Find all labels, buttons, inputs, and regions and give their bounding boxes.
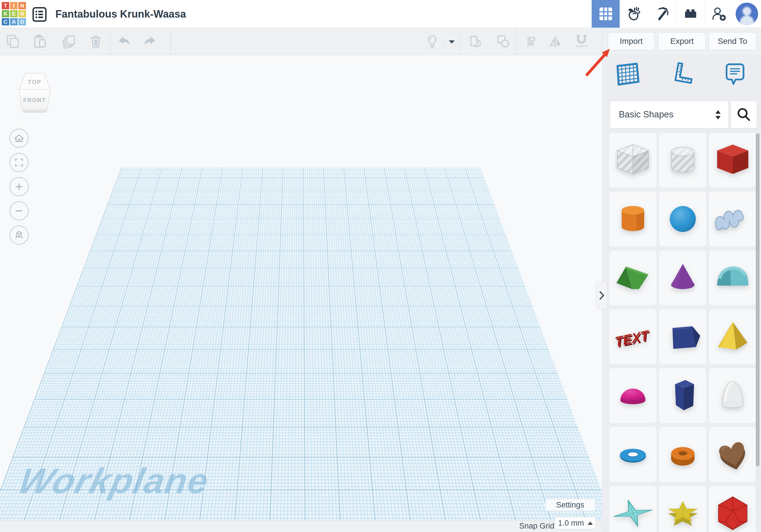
fit-view-button[interactable] xyxy=(10,153,29,172)
panel-collapse-handle[interactable] xyxy=(596,282,608,309)
show-all-bulb-icon[interactable] xyxy=(425,34,439,49)
shape-item-round-roof[interactable] xyxy=(709,250,756,305)
paste-icon[interactable] xyxy=(32,34,48,49)
design-title: Fantabulous Krunk-Waasa xyxy=(55,8,186,20)
header-nav xyxy=(591,0,761,28)
snap-grid-select[interactable]: 1.0 mm xyxy=(555,517,596,529)
shape-item-cone[interactable] xyxy=(659,250,706,305)
search-button[interactable] xyxy=(731,101,757,128)
shape-item-half-sphere[interactable] xyxy=(609,368,656,423)
sim-lab-apple-icon[interactable] xyxy=(620,0,648,28)
lego-brick-icon[interactable] xyxy=(676,0,704,28)
snap-grid-value: 1.0 mm xyxy=(558,519,584,528)
shape-item-icosahedron[interactable] xyxy=(709,486,756,532)
avatar[interactable] xyxy=(733,0,761,28)
logo-tile-e: E xyxy=(10,10,18,17)
delete-icon[interactable] xyxy=(88,34,103,49)
view-cube-top-label: TOP xyxy=(28,79,41,85)
redo-icon[interactable] xyxy=(143,34,157,49)
logo-tile-n: N xyxy=(19,2,26,9)
bottom-bar xyxy=(0,520,602,532)
grid-settings-button[interactable]: Settings xyxy=(545,499,595,511)
undo-icon[interactable] xyxy=(117,34,132,49)
view-nav-buttons xyxy=(10,129,29,245)
toolbar: Import Export Send To xyxy=(0,28,761,55)
logo-tile-k: K xyxy=(2,10,9,17)
snap-magnet-icon[interactable] xyxy=(574,34,589,49)
shape-item-box[interactable] xyxy=(709,133,756,188)
shape-category-select[interactable]: Basic Shapes xyxy=(610,101,729,128)
tinkercad-app: TINKERCAD Fantabulous Krunk-Waasa xyxy=(0,0,761,532)
workplane-grid[interactable]: Workplane xyxy=(0,167,602,520)
logo-tile-r: R xyxy=(19,10,26,17)
mirror-icon[interactable] xyxy=(548,34,563,49)
logo-tile-t: T xyxy=(2,2,9,9)
shape-item-paraboloid[interactable] xyxy=(709,368,756,423)
panel-tools xyxy=(602,59,761,89)
minecraft-pickaxe-icon[interactable] xyxy=(648,0,676,28)
select-caret-icon xyxy=(715,110,721,122)
zoom-out-button[interactable] xyxy=(10,202,29,220)
grid-view-icon[interactable] xyxy=(591,0,620,28)
invite-person-add-icon[interactable] xyxy=(704,0,733,28)
shape-item-heart[interactable] xyxy=(709,427,756,482)
logo-tile-d: D xyxy=(19,18,26,26)
shape-item-tube[interactable] xyxy=(659,427,706,482)
workplane-tool-icon[interactable] xyxy=(615,59,641,89)
duplicate-icon[interactable] xyxy=(61,34,76,49)
lighting-dropdown-caret-icon[interactable] xyxy=(446,34,457,49)
logo-tile-i: I xyxy=(10,2,18,9)
shape-item-sphere[interactable] xyxy=(659,192,706,246)
shape-item-cylinder[interactable] xyxy=(609,192,656,246)
home-view-button[interactable] xyxy=(10,129,29,148)
notes-tool-icon[interactable] xyxy=(722,59,748,89)
perspective-toggle-button[interactable] xyxy=(10,226,29,245)
viewport-canvas[interactable]: Workplane TOP FRONT xyxy=(0,55,602,520)
send-to-button[interactable]: Send To xyxy=(709,32,756,50)
import-button[interactable]: Import xyxy=(608,32,655,50)
shape-item-torus[interactable] xyxy=(609,427,656,482)
export-button[interactable]: Export xyxy=(658,32,706,50)
snap-caret-icon xyxy=(588,522,593,525)
logo-tile-a: A xyxy=(10,18,18,26)
design-menu-icon[interactable] xyxy=(32,7,47,22)
shape-item-pyramid[interactable] xyxy=(709,309,756,364)
group-icon[interactable] xyxy=(467,34,482,49)
shapes-panel: Basic Shapes xyxy=(602,55,761,532)
copy-icon[interactable] xyxy=(6,34,21,49)
shape-category-value: Basic Shapes xyxy=(619,109,673,120)
workplane-watermark: Workplane xyxy=(13,461,211,502)
view-cube[interactable]: TOP FRONT xyxy=(15,70,54,117)
snap-grid-label: Snap Grid xyxy=(519,522,555,531)
tinkercad-logo[interactable]: TINKERCAD xyxy=(2,2,27,26)
align-icon[interactable] xyxy=(524,34,540,49)
shape-item-scribble[interactable] xyxy=(709,192,756,246)
zoom-in-button[interactable] xyxy=(10,177,29,196)
shape-item-star-4pt[interactable] xyxy=(609,486,656,532)
ungroup-icon[interactable] xyxy=(496,34,511,49)
view-cube-front-label: FRONT xyxy=(23,97,46,103)
shape-item-cylinder-hole[interactable] xyxy=(659,133,706,188)
shape-item-text[interactable]: TEXT TEXT xyxy=(609,309,656,364)
shape-item-polygon[interactable] xyxy=(659,368,706,423)
ruler-tool-icon[interactable] xyxy=(669,59,694,89)
header: TINKERCAD Fantabulous Krunk-Waasa xyxy=(0,0,761,28)
logo-tile-c: C xyxy=(2,18,9,26)
shape-item-roof[interactable] xyxy=(609,250,656,305)
shape-item-wedge[interactable] xyxy=(659,309,706,364)
shape-item-star[interactable] xyxy=(659,486,706,532)
shape-grid: TEXT TEXT xyxy=(609,133,756,532)
shape-item-box-hole[interactable] xyxy=(609,133,656,188)
panel-scrollbar-thumb[interactable] xyxy=(756,133,760,466)
